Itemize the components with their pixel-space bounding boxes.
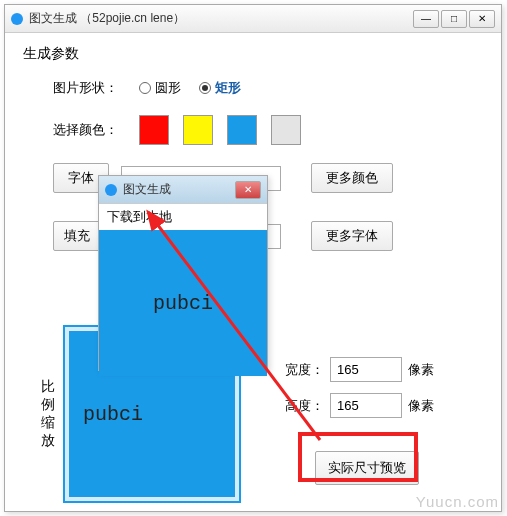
actual-preview-button[interactable]: 实际尺寸预览 bbox=[315, 451, 419, 485]
section-title: 生成参数 bbox=[23, 45, 483, 63]
watermark: Yuucn.com bbox=[416, 493, 499, 510]
more-font-button[interactable]: 更多字体 bbox=[311, 221, 393, 251]
preview-text: pubci bbox=[83, 403, 143, 426]
swatch-blue[interactable] bbox=[227, 115, 257, 145]
radio-circle-label: 圆形 bbox=[155, 79, 181, 97]
popup-menu-download[interactable]: 下载到本地 bbox=[99, 204, 267, 230]
swatch-red[interactable] bbox=[139, 115, 169, 145]
shape-label: 图片形状： bbox=[53, 79, 133, 97]
more-color-button[interactable]: 更多颜色 bbox=[311, 163, 393, 193]
popup-window: 图文生成 ✕ 下载到本地 pubci bbox=[98, 175, 268, 371]
radio-rect-label: 矩形 bbox=[215, 79, 241, 97]
radio-circle[interactable]: 圆形 bbox=[139, 79, 181, 97]
window-title: 图文生成 （52pojie.cn lene） bbox=[29, 10, 413, 27]
width-unit: 像素 bbox=[408, 361, 434, 379]
app-icon bbox=[11, 13, 23, 25]
close-button[interactable]: ✕ bbox=[469, 10, 495, 28]
radio-circle-icon bbox=[139, 82, 151, 94]
popup-body-text: pubci bbox=[153, 292, 213, 315]
width-label: 宽度： bbox=[285, 361, 324, 379]
popup-titlebar[interactable]: 图文生成 ✕ bbox=[99, 176, 267, 204]
popup-title: 图文生成 bbox=[123, 181, 235, 198]
main-titlebar[interactable]: 图文生成 （52pojie.cn lene） — □ ✕ bbox=[5, 5, 501, 33]
width-input[interactable] bbox=[330, 357, 402, 382]
popup-body: pubci bbox=[99, 230, 267, 376]
height-input[interactable] bbox=[330, 393, 402, 418]
color-swatches bbox=[139, 115, 301, 145]
height-unit: 像素 bbox=[408, 397, 434, 415]
popup-close-button[interactable]: ✕ bbox=[235, 181, 261, 199]
popup-app-icon bbox=[105, 184, 117, 196]
minimize-button[interactable]: — bbox=[413, 10, 439, 28]
swatch-yellow[interactable] bbox=[183, 115, 213, 145]
color-label: 选择颜色： bbox=[53, 121, 133, 139]
maximize-button[interactable]: □ bbox=[441, 10, 467, 28]
radio-rect-icon bbox=[199, 82, 211, 94]
height-label: 高度： bbox=[285, 397, 324, 415]
swatch-gray[interactable] bbox=[271, 115, 301, 145]
radio-rect[interactable]: 矩形 bbox=[199, 79, 241, 97]
fill-button[interactable]: 填充 bbox=[53, 221, 101, 251]
preview-vertical-label: 比 例 缩 放 bbox=[41, 325, 55, 503]
